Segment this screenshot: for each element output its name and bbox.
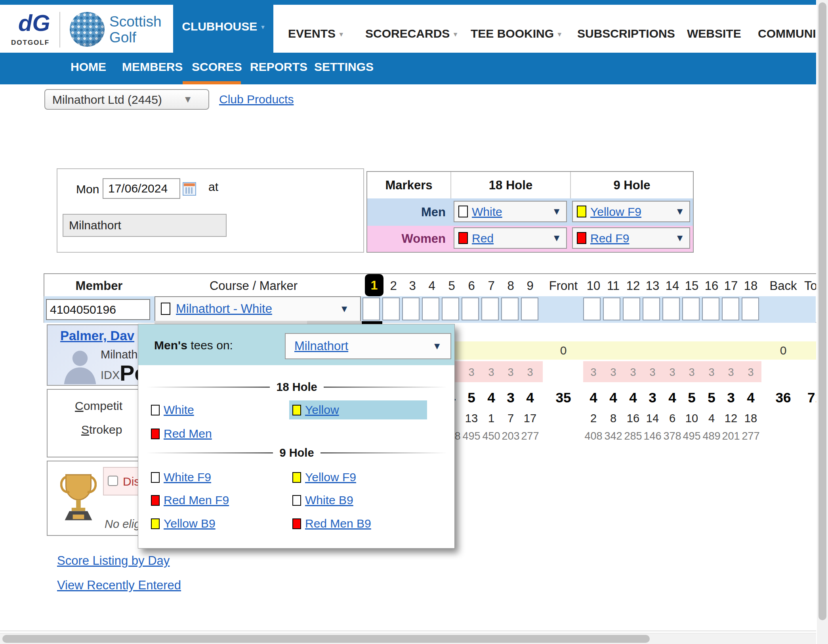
dotgolf-logo[interactable]: dG DOTGOLF	[11, 12, 57, 51]
score-input-hole-17[interactable]	[722, 297, 739, 320]
men-9hole-tee-value[interactable]: Yellow F9	[590, 202, 641, 222]
score-input-hole-2[interactable]	[382, 297, 400, 320]
content-bottom-border	[0, 631, 816, 631]
score-input-hole-18[interactable]	[742, 297, 759, 320]
hole-3-header[interactable]: 3	[404, 277, 421, 295]
tee-option-red-men[interactable]: Red Men	[164, 424, 212, 443]
total-column-header: Total	[804, 277, 816, 295]
score-input-hole-1[interactable]	[362, 297, 380, 320]
hole-7-header[interactable]: 7	[483, 277, 500, 295]
hole-12-header[interactable]: 12	[624, 277, 642, 295]
hole-15-header[interactable]: 15	[683, 277, 700, 295]
men-18hole-tee-value[interactable]: White	[472, 202, 502, 222]
tab-subscriptions[interactable]: SUBSCRIPTIONS	[577, 10, 675, 57]
tee-option-red-men-b9[interactable]: Red Men B9	[305, 514, 371, 533]
score-input-hole-3[interactable]	[402, 297, 420, 320]
hole-5-header[interactable]: 5	[443, 277, 460, 295]
course-marker-value[interactable]: Milnathort - White	[176, 297, 272, 321]
dotgolf-monogram-icon: dG	[18, 10, 50, 36]
subnav-reports[interactable]: REPORTS	[250, 53, 307, 81]
subnav-settings[interactable]: SETTINGS	[314, 53, 374, 81]
tab-events[interactable]: EVENTS▾	[288, 10, 343, 57]
tee-color-swatch	[292, 405, 301, 415]
score-input-hole-13[interactable]	[643, 297, 660, 320]
tab-website[interactable]: WEBSITE	[687, 10, 741, 57]
popup-course-value[interactable]: Milnathort	[294, 334, 348, 358]
score-input-hole-7[interactable]	[481, 297, 499, 320]
men-18hole-tee-dropdown[interactable]: White ▼	[454, 201, 567, 222]
back-column-header: Back	[767, 277, 799, 295]
sub-nav: HOME MEMBERS SCORES REPORTS SETTINGS	[0, 53, 816, 84]
subnav-scores[interactable]: SCORES	[192, 53, 242, 81]
score-input-hole-15[interactable]	[682, 297, 700, 320]
view-recent-link[interactable]: View Recently Entered	[57, 578, 181, 593]
horizontal-scrollbar[interactable]	[0, 633, 816, 644]
hole-8-header[interactable]: 8	[502, 277, 519, 295]
vertical-scrollbar-thumb[interactable]	[818, 2, 826, 620]
score-input-hole-10[interactable]	[583, 297, 601, 320]
hole-18-header[interactable]: 18	[742, 277, 759, 295]
women-18hole-tee-dropdown[interactable]: Red ▼	[454, 227, 567, 249]
course-marker-dropdown[interactable]: Milnathort - White ▼	[155, 296, 361, 322]
tee-option-yellow-b9[interactable]: Yellow B9	[164, 514, 216, 533]
strokes-hole-15: 3	[683, 364, 700, 381]
scottish-golf-logo[interactable]: Scottish Golf	[70, 10, 161, 50]
member-name-link[interactable]: Palmer, Dav	[60, 328, 134, 343]
tee-option-yellow[interactable]: Yellow	[305, 400, 339, 419]
hole-11-header[interactable]: 11	[605, 277, 622, 295]
divider-line	[146, 387, 270, 388]
tee-option-white-f9[interactable]: White F9	[164, 468, 211, 487]
competition-label-rest: ompetit	[84, 399, 122, 412]
tab-tee-booking[interactable]: TEE BOOKING▾	[471, 10, 561, 57]
score-listing-link[interactable]: Score Listing by Day	[57, 554, 170, 568]
tab-communications[interactable]: COMMUNIC	[758, 10, 816, 57]
tee-option-white[interactable]: White	[164, 400, 194, 419]
tee-option-red-men-f9[interactable]: Red Men F9	[164, 491, 229, 510]
tab-clubhouse[interactable]: CLUBHOUSE▾	[173, 0, 273, 53]
hole-9-header[interactable]: 9	[521, 277, 539, 295]
subnav-home[interactable]: HOME	[71, 53, 106, 81]
calendar-icon[interactable]	[183, 182, 196, 196]
chevron-down-icon: ▾	[261, 23, 265, 31]
score-input-hole-11[interactable]	[603, 297, 620, 320]
vertical-scrollbar[interactable]	[817, 0, 828, 644]
logo-divider	[59, 12, 60, 48]
hole-13-header[interactable]: 13	[644, 277, 661, 295]
hole-17-header[interactable]: 17	[722, 277, 740, 295]
tee-color-swatch	[292, 495, 301, 506]
disqualify-checkbox[interactable]	[108, 476, 118, 486]
women-9hole-tee-dropdown[interactable]: Red F9 ▼	[572, 227, 690, 249]
club-products-link[interactable]: Club Products	[219, 93, 294, 106]
popup-course-dropdown[interactable]: Milnathort ▼	[285, 333, 451, 359]
women-9hole-tee-value[interactable]: Red F9	[590, 228, 629, 249]
front-points-total: 0	[551, 341, 575, 360]
tee-option-white-b9[interactable]: White B9	[305, 491, 353, 510]
score-input-hole-5[interactable]	[442, 297, 459, 320]
hole-16-header[interactable]: 16	[703, 277, 720, 295]
hole-14-header[interactable]: 14	[664, 277, 681, 295]
hole-2-header[interactable]: 2	[385, 277, 402, 295]
club-selector[interactable]: Milnathort Ltd (2445) ▼	[44, 89, 209, 110]
men-9hole-tee-dropdown[interactable]: Yellow F9 ▼	[572, 201, 690, 222]
selected-hole-pill[interactable]: 1	[365, 274, 383, 296]
score-input-hole-6[interactable]	[462, 297, 479, 320]
tee-option-yellow-f9[interactable]: Yellow F9	[305, 468, 356, 487]
hole-6-header[interactable]: 6	[463, 277, 480, 295]
score-input-hole-12[interactable]	[623, 297, 640, 320]
course-input[interactable]: Milnathort	[63, 214, 227, 237]
men-label: Men	[367, 198, 446, 226]
hole-10-header[interactable]: 10	[585, 277, 602, 295]
date-input[interactable]: 17/06/2024	[103, 178, 180, 199]
member-number-input[interactable]: 4104050196	[46, 299, 150, 320]
tab-scorecards[interactable]: SCORECARDS▾	[365, 10, 457, 57]
score-input-hole-16[interactable]	[702, 297, 719, 320]
hole-4-header[interactable]: 4	[423, 277, 441, 295]
chevron-down-icon: ▼	[552, 206, 561, 217]
score-input-hole-9[interactable]	[521, 297, 538, 320]
score-input-hole-14[interactable]	[662, 297, 680, 320]
score-input-hole-4[interactable]	[422, 297, 439, 320]
score-input-hole-8[interactable]	[501, 297, 519, 320]
horizontal-scrollbar-thumb[interactable]	[2, 635, 650, 643]
women-18hole-tee-value[interactable]: Red	[472, 228, 494, 249]
subnav-members[interactable]: MEMBERS	[122, 53, 183, 81]
